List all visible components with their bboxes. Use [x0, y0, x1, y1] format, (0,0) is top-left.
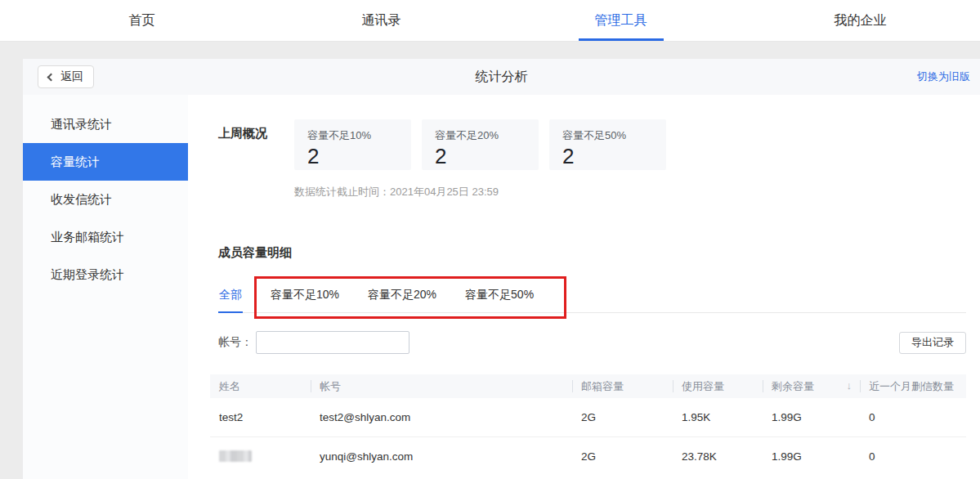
tab-under-20[interactable]: 容量不足20% [367, 283, 437, 313]
overview-card-under-10: 容量不足10% 2 [294, 119, 411, 170]
panel-header: 统计分析 返回 切换为旧版 [23, 59, 980, 95]
card-value: 2 [307, 144, 398, 169]
back-button-label: 返回 [60, 69, 83, 84]
cell-deleted-count: 0 [860, 411, 966, 423]
nav-item-home[interactable]: 首页 [22, 0, 262, 41]
tab-under-50[interactable]: 容量不足50% [464, 283, 535, 313]
member-capacity-detail-heading: 成员容量明细 [218, 245, 966, 261]
card-label: 容量不足20% [435, 128, 526, 143]
tab-under-10[interactable]: 容量不足10% [270, 283, 340, 313]
main-content: 上周概况 容量不足10% 2 容量不足20% 2 容量不足50% 2 [188, 95, 980, 479]
account-search-input[interactable] [256, 331, 409, 354]
cell-deleted-count: 0 [860, 450, 966, 463]
filter-tabs-wrap: 全部 容量不足10% 容量不足20% 容量不足50% [218, 283, 966, 313]
table-row: yunqi@shlyan.com 2G 23.78K 1.99G 0 [210, 436, 966, 475]
overview-section-label: 上周概况 [218, 119, 294, 170]
tab-all[interactable]: 全部 [218, 283, 243, 313]
card-value: 2 [435, 144, 526, 169]
top-nav: 首页 通讯录 管理工具 我的企业 [0, 0, 980, 42]
column-header-account: 帐号 [311, 379, 572, 394]
chevron-left-icon [47, 73, 56, 81]
cell-used: 23.78K [673, 450, 763, 463]
nav-item-label: 通讯录 [362, 12, 401, 29]
table-header-row: 姓名 帐号 邮箱容量 使用容量 剩余容量 ↓ 近一个月删信数量 [210, 374, 966, 398]
card-label: 容量不足10% [307, 128, 398, 143]
column-header-remaining: 剩余容量 ↓ [763, 379, 860, 394]
nav-item-label: 首页 [129, 12, 155, 29]
sidebar-item-business-mailbox-stats[interactable]: 业务邮箱统计 [23, 218, 188, 256]
filter-tabs: 全部 容量不足10% 容量不足20% 容量不足50% [218, 283, 966, 313]
nav-item-contacts[interactable]: 通讯录 [262, 0, 501, 41]
overview-card-under-50: 容量不足50% 2 [549, 119, 666, 170]
column-header-remaining-label: 剩余容量 [772, 379, 814, 394]
cell-remaining: 1.99G [763, 450, 860, 463]
cell-account: test2@shlyan.com [311, 411, 572, 423]
table-row: test2 test2@shlyan.com 2G 1.95K 1.99G 0 [210, 398, 966, 436]
column-header-name: 姓名 [210, 379, 311, 394]
cell-name [210, 450, 311, 462]
sort-desc-icon[interactable]: ↓ [847, 379, 852, 394]
cell-quota: 2G [572, 450, 673, 463]
active-tab-underline [579, 38, 664, 41]
card-label: 容量不足50% [562, 128, 653, 143]
account-search-label: 帐号： [218, 335, 253, 350]
page-title: 统计分析 [23, 69, 980, 86]
nav-item-label: 管理工具 [595, 12, 647, 29]
card-value: 2 [562, 144, 653, 169]
sidebar-item-recent-login-stats[interactable]: 近期登录统计 [23, 256, 188, 293]
statistics-panel: 统计分析 返回 切换为旧版 通讯录统计 容量统计 收发信统计 业务邮箱统计 近期… [23, 59, 980, 479]
panel-body: 通讯录统计 容量统计 收发信统计 业务邮箱统计 近期登录统计 上周概况 容量不足… [23, 95, 980, 479]
nav-item-my-enterprise[interactable]: 我的企业 [741, 0, 980, 41]
sidebar-item-capacity-stats[interactable]: 容量统计 [23, 143, 188, 181]
cell-used: 1.95K [673, 411, 763, 423]
last-week-overview-section: 上周概况 容量不足10% 2 容量不足20% 2 容量不足50% 2 [218, 119, 966, 170]
overview-card-under-20: 容量不足20% 2 [422, 119, 539, 170]
switch-to-old-version-link[interactable]: 切换为旧版 [917, 69, 970, 84]
back-button[interactable]: 返回 [38, 65, 94, 88]
column-header-deleted-count: 近一个月删信数量 [860, 379, 966, 394]
export-records-button[interactable]: 导出记录 [899, 332, 966, 354]
sidebar-item-contacts-stats[interactable]: 通讯录统计 [23, 105, 188, 143]
cell-remaining: 1.99G [763, 411, 860, 423]
search-row: 帐号： 导出记录 [218, 331, 966, 354]
sidebar: 通讯录统计 容量统计 收发信统计 业务邮箱统计 近期登录统计 [23, 95, 188, 479]
column-header-used: 使用容量 [673, 379, 763, 394]
overview-cards: 容量不足10% 2 容量不足20% 2 容量不足50% 2 [294, 119, 677, 170]
capacity-table: 姓名 帐号 邮箱容量 使用容量 剩余容量 ↓ 近一个月删信数量 test2 te… [210, 374, 966, 475]
cell-account: yunqi@shlyan.com [311, 450, 572, 463]
redacted-name-block [219, 450, 252, 462]
cell-name: test2 [210, 411, 311, 423]
data-deadline-text: 数据统计截止时间：2021年04月25日 23:59 [294, 185, 966, 199]
page-background: 统计分析 返回 切换为旧版 通讯录统计 容量统计 收发信统计 业务邮箱统计 近期… [0, 42, 980, 479]
nav-item-label: 我的企业 [835, 12, 887, 29]
nav-item-admin-tools[interactable]: 管理工具 [501, 0, 741, 41]
cell-quota: 2G [572, 411, 673, 423]
column-header-quota: 邮箱容量 [572, 379, 673, 394]
sidebar-item-send-receive-stats[interactable]: 收发信统计 [23, 181, 188, 218]
